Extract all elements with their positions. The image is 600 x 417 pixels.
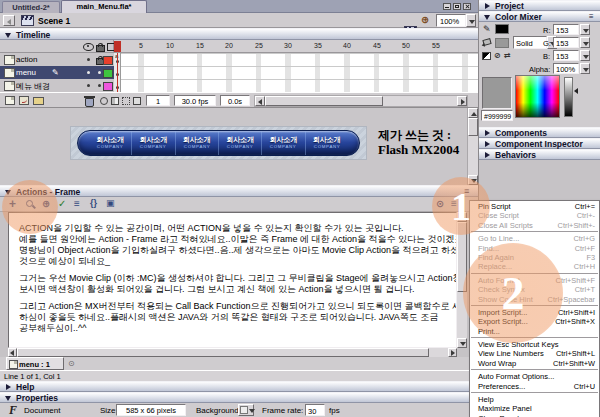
scroll-right-button[interactable] <box>448 348 457 357</box>
script-hscrollbar[interactable] <box>8 348 457 357</box>
alpha-input[interactable]: 100% <box>553 63 579 74</box>
brightness-slider-marker[interactable] <box>574 88 578 94</box>
scroll-thumb[interactable] <box>17 348 429 357</box>
visibility-dot-icon[interactable] <box>87 58 90 61</box>
onion-skin-button[interactable] <box>111 97 119 105</box>
alpha-slider-button[interactable] <box>580 63 590 74</box>
g-input[interactable]: 153 <box>553 37 579 48</box>
zoom-select[interactable]: 100% <box>436 14 466 27</box>
frame-grid[interactable]: a <box>114 53 478 92</box>
layer-row-action[interactable]: action <box>0 53 114 67</box>
insert-layer-button[interactable] <box>5 96 15 105</box>
stroke-pencil-icon[interactable]: ✎ <box>483 24 491 34</box>
scroll-thumb[interactable] <box>265 96 383 106</box>
frame-rate-box[interactable]: 30.0 fps <box>174 95 216 106</box>
script-tab-menu[interactable]: menu : 1 <box>6 357 64 370</box>
size-button[interactable]: 585 x 66 pixels <box>116 404 186 416</box>
behaviors-panel-bar[interactable]: Behaviors <box>479 149 600 160</box>
layer-color-chip[interactable] <box>103 56 113 65</box>
nav-button[interactable]: 회사소개COMPANY <box>89 131 132 155</box>
nav-button[interactable]: 회사소개COMPANY <box>219 131 262 155</box>
frame-rate-input[interactable]: 30 <box>305 404 325 416</box>
playhead[interactable] <box>114 41 121 52</box>
r-input[interactable]: 153 <box>553 24 579 35</box>
scroll-right-button[interactable] <box>457 96 467 106</box>
timeline-hscrollbar[interactable] <box>254 95 468 107</box>
tab-main-menu[interactable]: main_Menu.fla* <box>61 0 147 13</box>
onion-outline-button[interactable] <box>122 97 130 105</box>
menu-item-view-line-numbers[interactable]: View Line NumbersCtrl+Shift+L <box>470 349 599 358</box>
components-panel-bar[interactable]: Components <box>479 127 600 138</box>
frame-ruler[interactable]: 1 5 10 15 20 25 30 35 40 45 50 55 <box>114 40 478 53</box>
panel-options-icon[interactable]: ≡ <box>589 13 594 21</box>
zoom-dropdown-button[interactable] <box>466 14 476 27</box>
timeline-titlebar[interactable]: Timeline <box>0 28 478 40</box>
stage[interactable]: 회사소개COMPANY 회사소개COMPANY 회사소개COMPANY 회사소개… <box>0 108 467 185</box>
auto-format-button[interactable]: ≡ <box>74 199 80 209</box>
window-minimize-button[interactable] <box>443 3 451 10</box>
window-restore-button[interactable] <box>453 3 461 10</box>
script-pane[interactable]: ACTION을 기입할 수 있는 공간이며, 어떤 ACTION을 넣을 수 있… <box>8 212 457 348</box>
edit-symbol-button[interactable]: ⊕ <box>421 15 429 25</box>
component-inspector-panel-bar[interactable]: Component Inspector <box>479 138 600 149</box>
brightness-slider[interactable] <box>564 77 573 117</box>
menu-item-view-esc-shortcut-keys[interactable]: View Esc Shortcut Keys <box>470 340 599 349</box>
debug-options-button[interactable]: ▣ <box>106 199 115 208</box>
background-color-swatch[interactable] <box>238 404 254 416</box>
fill-style-select[interactable]: Solid <box>513 36 547 49</box>
tab-untitled[interactable]: Untitled-2* <box>2 1 60 13</box>
fill-bucket-icon[interactable] <box>482 38 491 46</box>
current-frame-box[interactable]: 1 <box>146 95 170 106</box>
r-slider-button[interactable] <box>580 24 590 35</box>
g-slider-button[interactable] <box>580 37 590 48</box>
lock-dot-icon[interactable] <box>98 71 101 74</box>
menu-item-maximize-panel[interactable]: Maximize Panel <box>470 404 599 413</box>
menu-item-help[interactable]: Help <box>470 395 599 404</box>
pin-tab-icon[interactable]: ⊙ <box>68 359 75 368</box>
scroll-left-button[interactable] <box>8 348 17 357</box>
scroll-left-button[interactable] <box>255 96 265 106</box>
layer-row-menu[interactable]: menu ✎ <box>0 66 114 80</box>
no-color-icon[interactable]: ⊘ <box>494 52 501 60</box>
actions-titlebar[interactable]: Actions - Frame ≡ <box>0 185 478 197</box>
visibility-dot-icon[interactable] <box>87 84 90 87</box>
b-input[interactable]: 153 <box>553 50 579 61</box>
center-frame-button[interactable] <box>100 97 108 105</box>
scroll-thumb[interactable] <box>468 118 478 136</box>
lock-column-icon[interactable] <box>96 45 105 52</box>
check-syntax-button[interactable]: ✓ <box>58 199 66 209</box>
stroke-color-swatch[interactable] <box>495 24 509 34</box>
color-mixer-panel-bar[interactable]: Color Mixer ≡ <box>479 11 600 22</box>
menu-graphic-strip[interactable]: 회사소개COMPANY 회사소개COMPANY 회사소개COMPANY 회사소개… <box>70 126 367 160</box>
menu-item-auto-format-options[interactable]: Auto Format Options... <box>470 372 599 381</box>
menu-item-preferences[interactable]: Preferences...Ctrl+U <box>470 382 599 391</box>
scroll-up-button[interactable] <box>468 108 478 118</box>
menu-item-word-wrap[interactable]: Word WrapCtrl+Shift+W <box>470 359 599 368</box>
show-code-hint-button[interactable]: {} <box>90 199 97 208</box>
color-picker-gradient[interactable] <box>515 75 560 118</box>
stage-vscrollbar[interactable] <box>467 108 478 185</box>
nav-button[interactable]: 회사소개COMPANY <box>262 131 305 155</box>
nav-button[interactable]: 회사소개COMPANY <box>306 131 348 155</box>
scene-label[interactable]: Scene 1 <box>38 16 70 26</box>
nav-button[interactable]: 회사소개COMPANY <box>132 131 175 155</box>
back-button[interactable] <box>3 15 15 26</box>
edit-multiple-frames-button[interactable] <box>133 97 141 105</box>
project-panel-bar[interactable]: Project <box>479 0 600 11</box>
insert-folder-button[interactable] <box>33 97 44 105</box>
layer-color-chip[interactable] <box>103 69 113 78</box>
b-slider-button[interactable] <box>580 50 590 61</box>
swap-colors-icon[interactable]: ⇄ <box>504 52 511 60</box>
visibility-dot-icon[interactable] <box>87 71 90 74</box>
nav-button[interactable]: 회사소개COMPANY <box>176 131 219 155</box>
hex-input[interactable]: #999999 <box>481 110 513 121</box>
menu-bar-graphic[interactable]: 회사소개COMPANY 회사소개COMPANY 회사소개COMPANY 회사소개… <box>77 130 360 156</box>
default-colors-icon[interactable] <box>482 52 491 60</box>
layer-row-bg[interactable]: 메뉴 배경 <box>0 79 114 93</box>
scroll-down-button[interactable] <box>457 338 467 348</box>
show-hide-column-icon[interactable] <box>83 43 94 51</box>
layer-color-chip[interactable] <box>103 82 113 91</box>
delete-layer-button[interactable] <box>84 95 95 107</box>
add-motion-guide-button[interactable] <box>19 96 29 105</box>
window-close-button[interactable] <box>463 3 471 10</box>
